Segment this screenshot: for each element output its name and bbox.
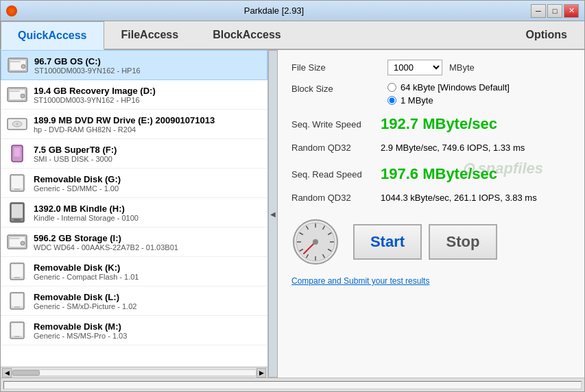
drive-info-i: 596.2 GB Storage (I:) WDC WD64 - 00AAKS-… bbox=[34, 233, 178, 252]
random-qd32-read-row: Random QD32 1044.3 kByte/sec, 261.1 IOPS… bbox=[291, 193, 571, 203]
drive-detail-g: Generic - SD/MMC - 1.00 bbox=[34, 184, 121, 193]
drive-info-e: 189.9 MB DVD RW Drive (E:) 200901071013 … bbox=[34, 115, 215, 134]
random-qd32-write-label: Random QD32 bbox=[291, 143, 381, 153]
seq-write-row: Seq. Write Speed 192.7 MByte/sec bbox=[291, 115, 571, 133]
scroll-thumb[interactable] bbox=[12, 370, 40, 376]
svg-rect-30 bbox=[12, 323, 23, 336]
svg-rect-28 bbox=[14, 306, 20, 308]
hdd-icon-d bbox=[6, 84, 28, 106]
collapse-button[interactable]: ◀ bbox=[268, 50, 278, 378]
drive-detail-l: Generic - SM/xD-Picture - 1.02 bbox=[34, 302, 136, 310]
svg-rect-15 bbox=[14, 188, 20, 190]
removable-icon-m bbox=[6, 319, 28, 341]
drive-item-k[interactable]: Removable Disk (K:) Generic - Compact Fl… bbox=[1, 257, 267, 286]
seq-read-label: Seq. Read Speed bbox=[291, 169, 381, 180]
drive-item-h[interactable]: 1392.0 MB Kindle (H:) Kindle - Internal … bbox=[1, 198, 267, 228]
drive-item-d[interactable]: 19.4 GB Recovery Image (D:) ST1000DM003-… bbox=[1, 80, 267, 110]
kindle-icon bbox=[6, 201, 28, 223]
app-icon bbox=[6, 5, 17, 16]
right-panel: ⊙ snapfiles File Size 1000 500 100 MByte… bbox=[278, 50, 584, 378]
removable-icon-g bbox=[6, 172, 28, 194]
svg-point-6 bbox=[21, 94, 25, 98]
stop-button[interactable]: Stop bbox=[429, 224, 497, 260]
tab-bar: QuickAccess FileAccess BlockAccess Optio… bbox=[1, 21, 584, 50]
drive-detail-k: Generic - Compact Flash - 1.01 bbox=[34, 273, 139, 281]
svg-rect-27 bbox=[12, 294, 23, 306]
block-size-64k-radio[interactable] bbox=[387, 83, 396, 92]
drive-item-i[interactable]: 596.2 GB Storage (I:) WDC WD64 - 00AAKS-… bbox=[1, 228, 267, 257]
close-button[interactable]: ✕ bbox=[564, 4, 579, 18]
action-buttons: Start Stop bbox=[353, 224, 497, 260]
tab-file-access[interactable]: FileAccess bbox=[104, 21, 196, 49]
drive-detail-m: Generic - MS/MS-Pro - 1.03 bbox=[34, 332, 127, 340]
tab-quick-access[interactable]: QuickAccess bbox=[1, 21, 104, 50]
drive-info-d: 19.4 GB Recovery Image (D:) ST1000DM003-… bbox=[34, 86, 156, 104]
dvd-icon bbox=[6, 113, 28, 135]
drive-info-l: Removable Disk (L:) Generic - SM/xD-Pict… bbox=[34, 292, 136, 310]
svg-rect-24 bbox=[12, 265, 23, 277]
removable-icon-k bbox=[6, 260, 28, 282]
file-size-select[interactable]: 1000 500 100 bbox=[387, 60, 442, 75]
drive-detail-h: Kindle - Internal Storage - 0100 bbox=[34, 214, 139, 222]
svg-point-47 bbox=[313, 239, 318, 245]
drive-name-m: Removable Disk (M:) bbox=[34, 321, 127, 332]
tab-options[interactable]: Options bbox=[509, 21, 584, 49]
maximize-button[interactable]: □ bbox=[547, 4, 562, 18]
svg-rect-22 bbox=[9, 238, 20, 239]
svg-rect-18 bbox=[14, 219, 21, 221]
block-size-64k-label: 64 kByte [Windows Default] bbox=[401, 82, 510, 93]
seq-read-value: 197.6 MByte/sec bbox=[381, 165, 497, 183]
drive-detail-i: WDC WD64 - 00AAKS-22A7B2 - 01.03B01 bbox=[34, 243, 178, 252]
start-button[interactable]: Start bbox=[353, 224, 422, 260]
minimize-button[interactable]: ─ bbox=[531, 4, 546, 18]
drive-info-g: Removable Disk (G:) Generic - SD/MMC - 1… bbox=[34, 174, 121, 193]
block-size-row: Block Size 64 kByte [Windows Default] 1 … bbox=[291, 82, 571, 106]
hdd-icon bbox=[7, 54, 29, 76]
random-qd32-write-row: Random QD32 2.9 MByte/sec, 749.6 IOPS, 1… bbox=[291, 143, 571, 153]
main-window: Parkdale [2.93] ─ □ ✕ QuickAccess FileAc… bbox=[0, 0, 585, 392]
drive-info-h: 1392.0 MB Kindle (H:) Kindle - Internal … bbox=[34, 204, 139, 222]
scroll-left-button[interactable]: ◀ bbox=[2, 368, 12, 378]
drive-name: 96.7 GB OS (C:) bbox=[34, 56, 141, 66]
random-qd32-read-value: 1044.3 kByte/sec, 261.1 IOPS, 3.83 ms bbox=[381, 193, 537, 203]
drive-name-g: Removable Disk (G:) bbox=[34, 174, 121, 184]
svg-point-10 bbox=[16, 123, 19, 125]
block-size-1m-label: 1 MByte bbox=[401, 95, 433, 106]
svg-rect-17 bbox=[12, 204, 23, 218]
drive-info: 96.7 GB OS (C:) ST1000DM003-9YN162 - HP1… bbox=[34, 56, 141, 75]
drive-list[interactable]: 96.7 GB OS (C:) ST1000DM003-9YN162 - HP1… bbox=[1, 50, 267, 367]
drive-item-f[interactable]: 7.5 GB SuperT8 (F:) SMI - USB DISK - 300… bbox=[1, 139, 267, 169]
drive-info-f: 7.5 GB SuperT8 (F:) SMI - USB DISK - 300… bbox=[34, 145, 117, 163]
random-qd32-read-label: Random QD32 bbox=[291, 193, 381, 203]
compare-link[interactable]: Compare and Submit your test results bbox=[291, 276, 429, 286]
file-size-unit: MByte bbox=[449, 62, 475, 73]
drive-item-e[interactable]: 189.9 MB DVD RW Drive (E:) 200901071013 … bbox=[1, 110, 267, 139]
seq-write-label: Seq. Write Speed bbox=[291, 119, 381, 130]
svg-rect-14 bbox=[12, 176, 23, 188]
block-size-1m-radio[interactable] bbox=[387, 96, 396, 105]
usb-icon-f bbox=[6, 143, 28, 164]
scroll-track[interactable] bbox=[12, 369, 256, 376]
seq-write-value: 192.7 MByte/sec bbox=[381, 115, 497, 133]
drive-item-c[interactable]: 96.7 GB OS (C:) ST1000DM003-9YN162 - HP1… bbox=[1, 50, 267, 80]
drive-info-k: Removable Disk (K:) Generic - Compact Fl… bbox=[34, 262, 139, 281]
title-bar-controls: ─ □ ✕ bbox=[531, 4, 579, 18]
drive-detail-f: SMI - USB DISK - 3000 bbox=[34, 155, 117, 163]
drive-name-l: Removable Disk (L:) bbox=[34, 292, 136, 302]
drive-item-m[interactable]: Removable Disk (M:) Generic - MS/MS-Pro … bbox=[1, 316, 267, 345]
drive-detail-d: ST1000DM003-9YN162 - HP16 bbox=[34, 96, 156, 104]
file-size-row: File Size 1000 500 100 MByte bbox=[291, 60, 571, 75]
svg-point-21 bbox=[21, 241, 25, 245]
drive-info-m: Removable Disk (M:) Generic - MS/MS-Pro … bbox=[34, 321, 127, 340]
drive-detail: ST1000DM003-9YN162 - HP16 bbox=[34, 66, 141, 75]
drive-item-l[interactable]: Removable Disk (L:) Generic - SM/xD-Pict… bbox=[1, 286, 267, 316]
drive-item-g[interactable]: Removable Disk (G:) Generic - SD/MMC - 1… bbox=[1, 169, 267, 198]
left-panel: 96.7 GB OS (C:) ST1000DM003-9YN162 - HP1… bbox=[1, 50, 268, 378]
status-bar bbox=[1, 378, 584, 391]
drive-name-f: 7.5 GB SuperT8 (F:) bbox=[34, 145, 117, 155]
tab-block-access[interactable]: BlockAccess bbox=[195, 21, 298, 49]
svg-rect-3 bbox=[10, 61, 21, 62]
horizontal-scrollbar[interactable]: ◀ ▶ bbox=[1, 367, 267, 378]
svg-rect-7 bbox=[9, 90, 20, 92]
scroll-right-button[interactable]: ▶ bbox=[256, 368, 266, 378]
